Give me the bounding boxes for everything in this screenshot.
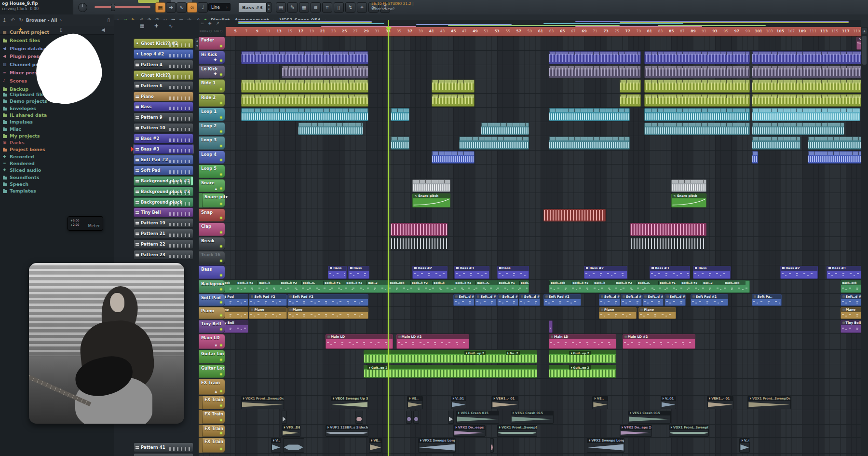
track-header-fx-train[interactable]: FX Train — [202, 410, 225, 424]
browser-item-envelopes[interactable]: Envelopes — [3, 106, 36, 112]
typing-keyboard-icon[interactable]: ▦ — [155, 2, 165, 13]
clip-background-pluck[interactable]: Back..ockBack..k #2Back..kBack..k #2Back… — [214, 280, 529, 293]
playlist-grid[interactable]: ∿ Mast..lumeFaderHi Kick✚Lo Kick✚Ride 1R… — [199, 36, 868, 456]
clip-loop-1[interactable] — [549, 108, 630, 121]
clip-vfx-d8[interactable]: ⏵ VFX..D8 — [282, 425, 300, 437]
pattern-item-pattern-42[interactable]: Pattern 42 — [134, 453, 193, 456]
track-row-piano[interactable]: PianoPianoPianoPianoPianoPiano — [199, 307, 868, 320]
track-header-hi-kick[interactable]: Hi Kick✚ — [199, 51, 225, 64]
track-row-snare-pitch[interactable]: ∿ Snare pitch∿ Snare pitch — [199, 193, 868, 208]
clip-loop-2[interactable] — [644, 123, 750, 135]
collapse-down-icon[interactable]: ▼ — [215, 344, 217, 347]
clip-vuf1-128bp-s-sidechain[interactable]: ⏵ VUF1 128BP..s Sidechain — [326, 425, 368, 437]
plugin-icon[interactable]: ↯ — [345, 2, 355, 13]
track-header-guitar-loop-2[interactable]: Guitar Loop 2 — [199, 364, 225, 378]
clip-ride-2[interactable] — [620, 94, 641, 107]
track-row-loop-5[interactable] — [199, 165, 868, 179]
track-row-guitar-loop-2[interactable]: ⏵ Guit..op 2⏵ Guit..op 2 — [199, 364, 868, 379]
browser-item-soundfonts[interactable]: Soundfonts — [3, 175, 39, 181]
clip-vfx2-do-eps-24[interactable]: ⏵ VFX2 Do..eps 24 — [620, 425, 652, 437]
clip-ves1-crash-015[interactable]: ⏵ VES1 Crash 015 — [511, 411, 554, 424]
track-header-loop-1[interactable]: Loop 1 — [199, 108, 225, 121]
clip-soft-d-3[interactable]: Soft..d #3 — [621, 294, 642, 306]
clip-v-[interactable]: ⏵ V.. — [271, 438, 282, 453]
track-row-snare[interactable] — [199, 179, 868, 193]
clip-ride-2[interactable] — [752, 94, 868, 107]
track-mute-led[interactable] — [220, 59, 222, 62]
clip-loop-3[interactable] — [808, 137, 862, 150]
track-mute-led[interactable] — [220, 301, 222, 304]
track-mute-led[interactable] — [220, 373, 222, 375]
clip-fx-train[interactable] — [448, 411, 454, 424]
back-icon[interactable]: ↶ — [11, 14, 14, 26]
clip-loop-1[interactable] — [752, 108, 860, 121]
track-header-fx-train[interactable]: FX Train — [202, 438, 225, 453]
track-mute-led[interactable] — [220, 45, 222, 47]
clip-clap[interactable] — [391, 223, 448, 236]
clip-bass[interactable]: Bass — [328, 266, 347, 279]
track-mute-led[interactable] — [220, 159, 222, 161]
pattern-item-background-pluck-2[interactable]: Background pluck #2 — [134, 176, 193, 186]
clip-vec4-sweeps-up-32[interactable]: ⏵ VEC4 Sweeps Up 32 — [331, 396, 368, 409]
track-mute-led[interactable] — [220, 448, 222, 450]
pattern-item-piano[interactable]: Piano — [134, 92, 193, 101]
clip-snare[interactable] — [671, 180, 706, 192]
track-header-loop-5[interactable]: Loop 5 — [199, 165, 225, 178]
pattern-item-bass-2[interactable]: Bass #2 — [134, 134, 193, 143]
clip-ride-1[interactable] — [752, 80, 868, 93]
clip-fx-train[interactable] — [413, 411, 420, 424]
track-mute-led[interactable] — [220, 359, 222, 361]
version-info[interactable]: 26.10 FL STUDIO 21.2 | What's New? — [371, 1, 429, 13]
track-row-loop-3[interactable] — [199, 136, 868, 151]
clip-piano[interactable]: Piano — [287, 307, 369, 319]
clip-lo-kick[interactable] — [282, 66, 368, 78]
clip-main-ld[interactable]: Main LD — [549, 334, 616, 349]
clip-fx-train[interactable] — [282, 411, 286, 424]
clip-hi-kick[interactable] — [549, 51, 641, 64]
track-mute-led[interactable] — [220, 130, 222, 133]
pattern-spinner[interactable]: ▲▼ — [266, 2, 271, 13]
pattern-item-pattern-23[interactable]: Pattern 23 — [134, 250, 193, 260]
clip-fx-train[interactable] — [283, 438, 304, 453]
track-row-lo-kick[interactable] — [199, 65, 868, 79]
clip-main-ld-2[interactable]: Main LD #2 — [396, 334, 470, 349]
track-row-fx-train[interactable]: ⏵ V..⏵ VE..⏵ VFX2 Sweeps Long 14⏵ VFX2 S… — [199, 438, 868, 454]
track-header-bass[interactable]: Bass — [199, 265, 225, 279]
clip-guitar-loop-1[interactable]: ⏵ Guit..op 2⏵ Go..2 — [364, 350, 538, 363]
clip-bass-3[interactable]: Bass #3 — [454, 266, 489, 279]
slide-icon[interactable]: ∿ — [176, 2, 187, 13]
metronome-icon[interactable]: ♩ — [198, 2, 208, 13]
clip-soft-d-3[interactable]: Soft..d #3 — [519, 294, 540, 306]
clip-fx-train[interactable] — [490, 438, 494, 453]
clip-vfx2-do-eeps-24[interactable]: ⏵ VFX2 Do..eeps 24 — [453, 425, 486, 437]
track-mute-led[interactable] — [220, 404, 222, 407]
track-mute-led[interactable] — [220, 432, 222, 434]
browser-icon[interactable]: ▯ — [334, 2, 344, 13]
main-volume-knob[interactable] — [78, 3, 87, 12]
pattern-item-ghost-kick-[interactable]: Ghost Kick??• — [134, 70, 193, 80]
track-header-soft-pad[interactable]: Soft Pad — [199, 294, 225, 306]
track-row-ride-1[interactable] — [199, 79, 868, 94]
pattern-item-pattern-22[interactable]: Pattern 22 — [134, 239, 193, 249]
track-mute-led[interactable] — [220, 187, 222, 190]
track-header-fx-train[interactable]: FX Train — [202, 396, 225, 409]
browser-item-misc[interactable]: Misc — [3, 126, 21, 133]
browser-item-demo-projects[interactable]: Demo projects — [3, 98, 47, 105]
track-header-ride-2[interactable]: Ride 2 — [199, 94, 225, 107]
track-row-loop-4[interactable] — [199, 151, 868, 165]
clip-guitar-loop-2[interactable]: ⏵ Guit..op 2 — [549, 365, 616, 378]
track-mute-led[interactable] — [220, 217, 222, 219]
files-tab[interactable]: ▯ — [60, 27, 63, 32]
clip-ves1-crash-015[interactable]: ⏵ VES1 Crash 015 — [628, 411, 671, 424]
track-header-snare-pitch[interactable]: Snare pitch — [202, 193, 225, 207]
clip-bass-2[interactable]: Bass #2 — [780, 266, 818, 279]
track-mute-led[interactable] — [220, 274, 222, 276]
clip-piano[interactable]: Piano — [249, 307, 286, 319]
track-header-tiny-bell[interactable]: Tiny Bell — [199, 320, 225, 333]
clip-veh1-01[interactable]: ⏵ VEH1..- 01 — [707, 396, 734, 409]
clip-loop-4[interactable] — [432, 151, 475, 164]
clip-v-09[interactable]: ⏵ V..09 — [739, 438, 750, 453]
track-header-ride-1[interactable]: Ride 1 — [199, 79, 225, 93]
clip-ride-1[interactable] — [241, 80, 369, 93]
clip-ride-1[interactable] — [644, 80, 750, 93]
